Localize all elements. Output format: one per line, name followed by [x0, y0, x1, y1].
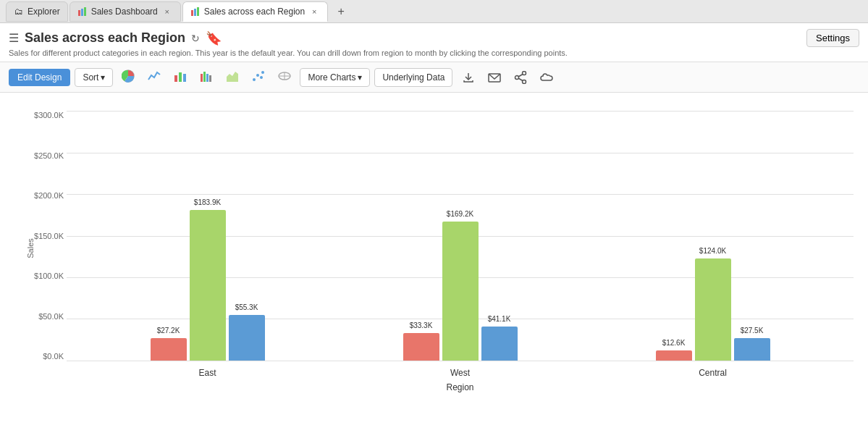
central-red-label: $12.6K [662, 339, 686, 347]
tab-sales-region-label: Sales across each Region [204, 7, 305, 17]
svg-point-16 [256, 74, 259, 77]
svg-point-26 [523, 80, 526, 83]
y-axis-labels: $300.0K $250.0K $200.0K $150.0K $100.0K … [28, 111, 64, 361]
y-label-0k: $0.0K [43, 352, 64, 361]
west-blue-bar[interactable] [481, 327, 518, 361]
tab-add-button[interactable]: + [332, 3, 350, 20]
chart-container: Sales $300.0K $250.0K $200.0K $150.0K $1… [0, 93, 868, 415]
svg-line-28 [518, 78, 523, 81]
tab-sales-dashboard-label: Sales Dashboard [91, 7, 158, 17]
svg-line-27 [518, 74, 523, 77]
central-bar-green[interactable]: $124.0K [695, 258, 731, 361]
share-button[interactable] [509, 67, 532, 88]
central-bar-red[interactable]: $12.6K [656, 350, 692, 361]
central-bar-blue[interactable]: $27.5K [734, 338, 770, 361]
y-label-100k: $100.0K [34, 272, 64, 280]
save-icon[interactable]: 🔖 [206, 30, 222, 46]
sort-label: Sort [83, 72, 98, 83]
y-label-200k: $200.0K [34, 191, 64, 200]
svg-rect-4 [194, 9, 196, 16]
svg-rect-1 [81, 9, 83, 16]
toolbar-action-icons [457, 67, 558, 88]
chart-type-scatter-button[interactable] [248, 67, 269, 88]
central-red-bar[interactable] [656, 350, 692, 361]
chart-type-pie-button[interactable] [117, 67, 139, 88]
svg-rect-3 [191, 10, 193, 16]
export-button[interactable] [457, 67, 480, 88]
x-label-central: Central [656, 368, 770, 378]
x-axis-title: Region [67, 382, 854, 392]
chart-type-line-button[interactable] [143, 67, 165, 88]
tab-sales-region[interactable]: Sales across each Region × [182, 1, 328, 22]
svg-rect-0 [78, 10, 80, 16]
east-red-bar[interactable] [151, 338, 187, 361]
east-blue-bar[interactable] [229, 315, 265, 361]
tab-sales-dashboard-close[interactable]: × [161, 6, 173, 17]
chart-type-area-button[interactable] [222, 67, 243, 88]
underlying-data-button[interactable]: Underlying Data [374, 68, 452, 87]
central-blue-label: $27.5K [741, 327, 764, 334]
central-blue-bar[interactable] [734, 338, 770, 361]
tab-sales-region-close[interactable]: × [308, 6, 320, 17]
central-green-label: $124.0K [699, 247, 726, 255]
svg-rect-7 [174, 75, 177, 82]
more-charts-button[interactable]: More Charts ▾ [300, 68, 370, 87]
west-blue-label: $41.1K [488, 315, 511, 323]
east-blue-label: $55.3K [235, 303, 258, 311]
west-green-label: $169.2K [447, 210, 473, 218]
header-menu-icon[interactable]: ☰ [9, 31, 19, 45]
x-label-west: West [403, 368, 518, 378]
svg-rect-5 [197, 7, 199, 16]
edit-design-button[interactable]: Edit Design [9, 69, 70, 86]
east-green-label: $183.9K [194, 198, 221, 206]
sort-chevron-icon: ▾ [101, 72, 105, 83]
svg-rect-9 [183, 74, 186, 82]
svg-rect-13 [209, 75, 211, 82]
svg-point-18 [261, 71, 264, 74]
svg-point-25 [515, 75, 519, 79]
svg-point-17 [260, 76, 263, 79]
settings-button[interactable]: Settings [806, 29, 859, 47]
explorer-icon: 🗂 [14, 7, 24, 17]
more-charts-chevron-icon: ▾ [358, 72, 362, 83]
west-bar-red[interactable]: $33.3K [403, 333, 439, 361]
toolbar: Edit Design Sort ▾ More Charts ▾ Underly… [0, 62, 868, 93]
sales-dashboard-icon [77, 7, 88, 17]
svg-rect-12 [206, 74, 208, 82]
subtitle: Sales for different product categories i… [0, 47, 868, 62]
west-green-bar[interactable] [442, 222, 479, 361]
east-bar-green[interactable]: $183.9K [190, 210, 226, 361]
west-bar-blue[interactable]: $41.1K [481, 327, 518, 361]
tab-explorer[interactable]: 🗂 Explorer [6, 1, 68, 22]
email-button[interactable] [483, 67, 506, 88]
chart-plot-area: $27.2K $183.9K $55.3K [67, 111, 854, 361]
more-charts-label: More Charts [308, 72, 355, 83]
chart-type-bar-button[interactable] [169, 67, 191, 88]
header: ☰ Sales across each Region ↻ 🔖 Settings [0, 23, 868, 47]
sort-button[interactable]: Sort ▾ [75, 68, 113, 87]
central-green-bar[interactable] [695, 258, 731, 361]
west-red-bar[interactable] [403, 333, 439, 361]
y-label-150k: $150.0K [34, 232, 64, 240]
y-label-250k: $250.0K [34, 151, 64, 160]
svg-marker-14 [227, 72, 238, 82]
west-bar-green[interactable]: $169.2K [442, 222, 479, 361]
chart-type-grouped-bar-button[interactable] [195, 67, 217, 88]
tab-explorer-label: Explorer [28, 7, 60, 17]
svg-point-24 [523, 71, 526, 75]
svg-rect-2 [84, 7, 86, 16]
east-green-bar[interactable] [190, 210, 226, 361]
east-bar-red[interactable]: $27.2K [151, 338, 187, 361]
x-label-east: East [151, 368, 265, 378]
svg-rect-8 [179, 72, 182, 82]
refresh-icon[interactable]: ↻ [191, 33, 200, 44]
cloud-button[interactable] [535, 67, 558, 88]
east-red-label: $27.2K [157, 327, 180, 334]
east-bar-blue[interactable]: $55.3K [229, 315, 265, 361]
page-title: Sales across each Region [25, 30, 185, 46]
x-axis-labels: East West Central [67, 368, 854, 378]
chart-type-geo-button[interactable] [274, 67, 295, 88]
y-label-50k: $50.0K [38, 312, 64, 321]
tab-bar: 🗂 Explorer Sales Dashboard × Sales acros… [0, 0, 868, 23]
tab-sales-dashboard[interactable]: Sales Dashboard × [69, 1, 181, 22]
